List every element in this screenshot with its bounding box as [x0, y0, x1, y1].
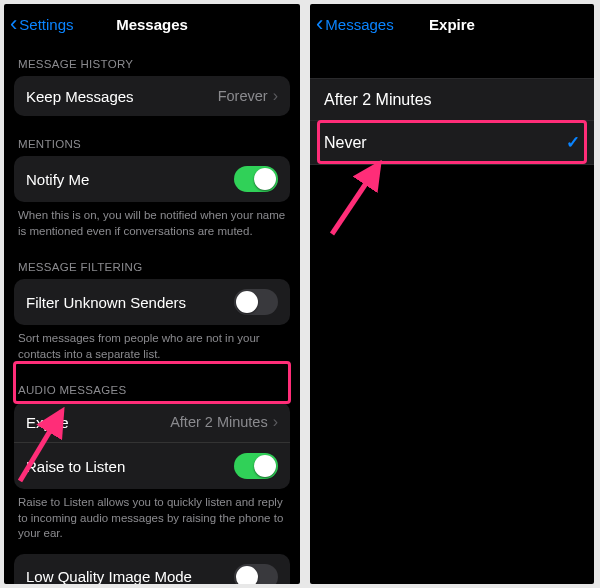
section-header-mentions: MENTIONS — [4, 116, 300, 156]
cell-value: After 2 Minutes › — [170, 413, 278, 431]
back-label: Settings — [19, 16, 73, 33]
cell-label: Expire — [26, 414, 69, 431]
back-button[interactable]: ‹ Settings — [10, 13, 74, 35]
back-button[interactable]: ‹ Messages — [316, 13, 394, 35]
cell-label: Filter Unknown Senders — [26, 294, 186, 311]
checkmark-icon: ✓ — [566, 132, 580, 153]
raise-switch[interactable] — [234, 453, 278, 479]
group-mentions: Notify Me — [14, 156, 290, 202]
section-header-history: MESSAGE HISTORY — [4, 44, 300, 76]
notify-me-switch[interactable] — [234, 166, 278, 192]
chevron-left-icon: ‹ — [316, 13, 323, 35]
cell-label: Notify Me — [26, 171, 89, 188]
group-lowq: Low Quality Image Mode — [14, 554, 290, 584]
group-filtering: Filter Unknown Senders — [14, 279, 290, 325]
notify-me-cell[interactable]: Notify Me — [14, 156, 290, 202]
cell-label: Low Quality Image Mode — [26, 568, 192, 584]
svg-line-1 — [332, 164, 379, 234]
filter-switch[interactable] — [234, 289, 278, 315]
footer-notify: When this is on, you will be notified wh… — [4, 202, 300, 239]
cell-value: Forever › — [218, 87, 278, 105]
messages-settings-screen: ‹ Settings Messages MESSAGE HISTORY Keep… — [4, 4, 300, 584]
nav-bar: ‹ Messages Expire — [310, 4, 594, 44]
lowq-switch[interactable] — [234, 564, 278, 584]
keep-messages-cell[interactable]: Keep Messages Forever › — [14, 76, 290, 116]
chevron-left-icon: ‹ — [10, 13, 17, 35]
group-history: Keep Messages Forever › — [14, 76, 290, 116]
back-label: Messages — [325, 16, 393, 33]
expire-options-list: After 2 Minutes Never ✓ — [310, 78, 594, 165]
filter-unknown-cell[interactable]: Filter Unknown Senders — [14, 279, 290, 325]
raise-to-listen-cell[interactable]: Raise to Listen — [14, 442, 290, 489]
low-quality-cell[interactable]: Low Quality Image Mode — [14, 554, 290, 584]
chevron-right-icon: › — [273, 87, 278, 105]
cell-label: Keep Messages — [26, 88, 134, 105]
chevron-right-icon: › — [273, 413, 278, 431]
cell-label: Raise to Listen — [26, 458, 125, 475]
nav-bar: ‹ Settings Messages — [4, 4, 300, 44]
group-audio: Expire After 2 Minutes › Raise to Listen — [14, 402, 290, 489]
option-never[interactable]: Never ✓ — [310, 121, 594, 165]
expire-cell[interactable]: Expire After 2 Minutes › — [14, 402, 290, 442]
option-label: After 2 Minutes — [324, 91, 432, 109]
footer-raise: Raise to Listen allows you to quickly li… — [4, 489, 300, 542]
option-after-2-minutes[interactable]: After 2 Minutes — [310, 79, 594, 121]
annotation-arrow — [324, 152, 404, 242]
expire-screen: ‹ Messages Expire After 2 Minutes Never … — [310, 4, 594, 584]
section-header-audio: AUDIO MESSAGES — [4, 362, 300, 402]
section-header-filtering: MESSAGE FILTERING — [4, 239, 300, 279]
footer-filter: Sort messages from people who are not in… — [4, 325, 300, 362]
option-label: Never — [324, 134, 367, 152]
